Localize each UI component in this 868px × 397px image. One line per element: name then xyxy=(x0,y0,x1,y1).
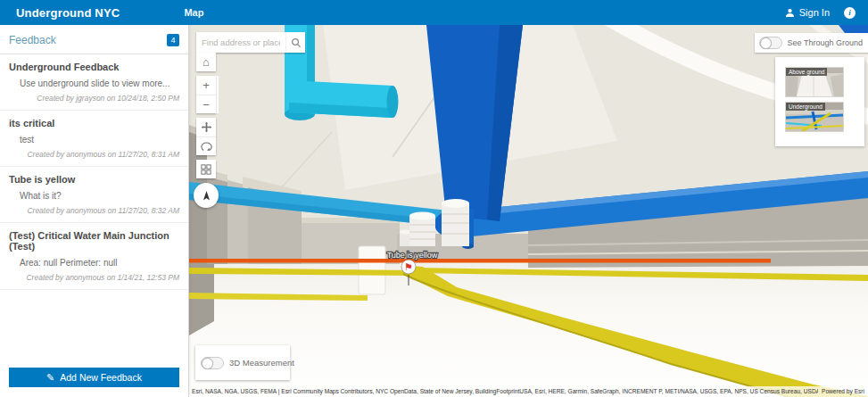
feedback-item-description: test xyxy=(20,135,179,145)
measurement-toggle[interactable] xyxy=(201,357,224,369)
feedback-list-item[interactable]: (Test) Critical Water Main Junction (Tes… xyxy=(0,223,188,290)
powered-by-esri: Powered by Esri xyxy=(818,386,868,397)
feedback-panel-header: Feedback 4 xyxy=(0,25,188,54)
cursor-icon xyxy=(201,190,212,202)
feedback-item-title: Underground Feedback xyxy=(9,62,179,72)
grid-icon xyxy=(201,164,211,175)
marker-label: Tube is yellow xyxy=(387,251,438,260)
app-title: Underground NYC xyxy=(16,6,120,20)
add-new-feedback-button[interactable]: ✎ Add New Feedback xyxy=(9,368,179,387)
feedback-list-item[interactable]: its critical test Created by anonymous o… xyxy=(0,111,188,167)
above-ground-thumbnail[interactable]: Above ground xyxy=(785,67,844,97)
app-window: Underground NYC Map Sign In i Feedback 4… xyxy=(0,0,868,397)
feedback-item-description: Area: null Perimeter: null xyxy=(20,258,179,268)
attribution-text: Esri, NASA, NGA, USGS, FEMA | Esri Commu… xyxy=(189,386,818,397)
sign-in-label: Sign In xyxy=(799,7,830,18)
underground-label: Underground xyxy=(786,103,825,111)
measurement-label: 3D Measurement xyxy=(229,358,294,368)
sign-in-button[interactable]: Sign In xyxy=(785,7,830,18)
feedback-item-created: Created by anonymous on 11/27/20, 8:32 A… xyxy=(9,206,179,218)
zoom-in-button[interactable]: + xyxy=(196,76,216,95)
see-through-ground-label: See Through Ground xyxy=(788,38,863,47)
search-widget xyxy=(196,32,305,53)
zoom-out-button[interactable]: − xyxy=(196,95,216,113)
person-icon xyxy=(785,8,795,18)
feedback-count-badge: 4 xyxy=(167,34,179,46)
pan-button[interactable] xyxy=(196,118,216,136)
feedback-list-item[interactable]: Underground Feedback Use underground sli… xyxy=(0,54,188,111)
pipe-orange xyxy=(189,259,771,263)
layer-preview-panel: Above ground Underground xyxy=(775,57,864,146)
pan-icon xyxy=(201,121,212,133)
rotate-button[interactable] xyxy=(196,136,216,155)
map-controls: ⌂ + − xyxy=(196,53,219,208)
feedback-panel-title: Feedback xyxy=(9,34,56,46)
search-input[interactable] xyxy=(196,37,285,47)
home-button[interactable]: ⌂ xyxy=(196,53,216,71)
rotate-icon xyxy=(201,141,212,153)
pointer-mode-button[interactable] xyxy=(194,183,219,208)
info-icon[interactable]: i xyxy=(844,7,856,19)
search-button[interactable] xyxy=(285,32,305,53)
feedback-item-created: Created by anonymous on 1/14/21, 12:53 P… xyxy=(9,273,179,285)
flag-icon: ⚑ xyxy=(404,261,413,272)
above-ground-label: Above ground xyxy=(786,68,827,76)
underground-grid-button[interactable] xyxy=(196,160,216,178)
underground-thumbnail[interactable]: Underground xyxy=(785,102,844,132)
map-3d-scene[interactable]: ⚑ Tube is yellow xyxy=(189,25,868,397)
feedback-item-created: Created by jgrayson on 10/24/18, 2:50 PM xyxy=(9,94,179,105)
add-new-feedback-label: Add New Feedback xyxy=(60,372,142,383)
feedback-item-description: What is it? xyxy=(20,191,179,201)
feedback-item-title: Tube is yellow xyxy=(9,174,179,185)
feedback-item-created: Created by anonymous on 11/27/20, 8:31 A… xyxy=(9,150,179,161)
attribution-bar: Esri, NASA, NGA, USGS, FEMA | Esri Commu… xyxy=(189,386,868,397)
search-icon xyxy=(291,37,302,48)
pencil-icon: ✎ xyxy=(46,372,54,384)
feedback-panel: Feedback 4 Underground Feedback Use unde… xyxy=(0,25,189,397)
see-through-ground-control: See Through Ground xyxy=(755,33,868,53)
app-header: Underground NYC Map Sign In i xyxy=(0,0,868,25)
feedback-item-description: Use underground slide to view more... xyxy=(20,79,179,88)
see-through-ground-toggle[interactable] xyxy=(759,37,782,49)
map-container: ⚑ Tube is yellow ⌂ + − xyxy=(189,25,868,397)
feedback-list-item[interactable]: Tube is yellow What is it? Created by an… xyxy=(0,167,188,223)
feedback-item-title: (Test) Critical Water Main Junction (Tes… xyxy=(9,230,179,252)
nav-tab-map[interactable]: Map xyxy=(184,7,203,18)
feedback-item-title: its critical xyxy=(9,118,179,128)
measurement-widget: 3D Measurement xyxy=(195,345,290,380)
